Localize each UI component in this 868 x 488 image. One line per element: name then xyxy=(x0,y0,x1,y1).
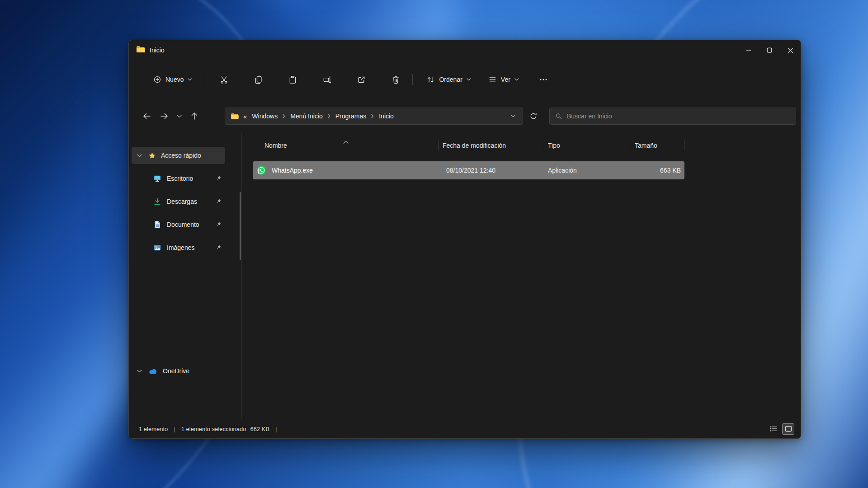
sidebar-item-label: Acceso rápido xyxy=(161,152,201,159)
maximize-icon xyxy=(767,47,772,53)
breadcrumb-item-menu-inicio[interactable]: Menú Inicio xyxy=(289,113,324,120)
up-button[interactable] xyxy=(186,108,202,124)
maximize-button[interactable] xyxy=(759,40,780,60)
sidebar-item-quick-access[interactable]: Acceso rápido xyxy=(132,147,225,164)
file-name-cell: WhatsApp.exe xyxy=(253,166,439,175)
chevron-down-icon xyxy=(188,78,192,81)
pin-icon[interactable] xyxy=(215,244,222,251)
back-button[interactable] xyxy=(139,108,155,124)
chevron-down-icon xyxy=(177,115,182,118)
up-icon xyxy=(190,112,199,121)
column-header-size[interactable]: Tamaño xyxy=(630,137,684,154)
pin-icon[interactable] xyxy=(215,175,222,182)
chevron-down-icon xyxy=(467,78,471,81)
file-type: Aplicación xyxy=(544,167,630,174)
details-view-button[interactable] xyxy=(767,423,779,435)
column-header-type[interactable]: Tipo xyxy=(544,137,630,154)
document-icon xyxy=(153,221,161,229)
more-options-button[interactable] xyxy=(534,70,552,89)
rename-icon xyxy=(323,75,331,84)
delete-button[interactable] xyxy=(385,70,406,89)
paste-button[interactable] xyxy=(282,70,303,89)
copy-icon xyxy=(254,75,263,84)
close-button[interactable] xyxy=(780,40,801,60)
address-bar[interactable]: « Windows Menú Inicio Programas Inicio xyxy=(225,108,523,125)
copy-button[interactable] xyxy=(248,70,269,89)
title-bar: Inicio xyxy=(129,40,801,60)
column-header-name[interactable]: Nombre xyxy=(253,137,439,154)
view-button-label: Ver xyxy=(501,76,510,83)
whatsapp-icon xyxy=(257,166,266,175)
search-box xyxy=(549,108,796,125)
selection-count: 1 elemento seleccionado xyxy=(181,426,246,432)
delete-icon xyxy=(392,75,400,84)
sidebar-spacer xyxy=(129,262,241,362)
window-controls xyxy=(738,40,801,60)
chevron-down-icon[interactable] xyxy=(137,154,142,157)
refresh-button[interactable] xyxy=(526,108,541,124)
view-icon xyxy=(488,75,497,84)
chevron-down-icon[interactable] xyxy=(137,370,142,373)
cloud-icon xyxy=(148,368,158,375)
file-list-pane: Nombre Fecha de modificación Tipo Tamaño xyxy=(242,133,801,419)
forward-button[interactable] xyxy=(156,108,172,124)
chevron-down-icon xyxy=(511,115,515,117)
status-bar: 1 elemento | 1 elemento seleccionado 662… xyxy=(129,419,801,438)
sidebar-item-onedrive[interactable]: OneDrive xyxy=(132,362,225,380)
sort-button[interactable]: Ordenar xyxy=(421,70,476,89)
back-icon xyxy=(142,112,151,121)
file-size: 663 KB xyxy=(630,167,684,174)
close-icon xyxy=(788,47,793,53)
share-button[interactable] xyxy=(351,70,372,89)
recent-locations-button[interactable] xyxy=(173,108,185,124)
file-date: 08/10/2021 12:40 xyxy=(439,167,544,174)
chevron-right-icon[interactable] xyxy=(328,114,330,118)
navigation-pane: Acceso rápido Escritorio Descargas xyxy=(129,133,242,419)
item-count: 1 elemento xyxy=(139,426,168,432)
command-toolbar: Nuevo xyxy=(129,60,801,99)
view-button[interactable]: Ver xyxy=(483,70,524,89)
status-divider: | xyxy=(275,426,277,432)
sidebar-item-label: Documento xyxy=(167,221,199,228)
thumbnail-view-button[interactable] xyxy=(782,423,794,435)
file-row-whatsapp[interactable]: WhatsApp.exe 08/10/2021 12:40 Aplicación… xyxy=(253,161,684,179)
folder-icon xyxy=(231,113,239,119)
breadcrumb-truncation[interactable]: « xyxy=(243,113,247,120)
folder-icon xyxy=(136,46,145,55)
minimize-button[interactable] xyxy=(738,40,759,60)
chevron-right-icon[interactable] xyxy=(283,114,285,118)
sidebar-item-escritorio[interactable]: Escritorio xyxy=(132,170,225,187)
desktop-icon xyxy=(153,174,161,183)
new-button-label: Nuevo xyxy=(165,76,184,83)
cut-button[interactable] xyxy=(213,70,234,89)
toolbar-divider xyxy=(205,74,205,85)
chevron-right-icon[interactable] xyxy=(371,114,374,118)
breadcrumb-item-programas[interactable]: Programas xyxy=(335,113,367,120)
sidebar-item-label: Descargas xyxy=(167,198,197,205)
rename-button[interactable] xyxy=(316,70,337,89)
share-icon xyxy=(357,75,366,84)
sidebar-item-imagenes[interactable]: Imágenes xyxy=(132,239,225,256)
column-header-date[interactable]: Fecha de modificación xyxy=(439,137,544,154)
breadcrumb-item-inicio[interactable]: Inicio xyxy=(378,113,395,120)
main-area: Acceso rápido Escritorio Descargas xyxy=(129,133,801,419)
navigation-bar: « Windows Menú Inicio Programas Inicio xyxy=(129,99,801,133)
sidebar-item-label: Imágenes xyxy=(167,244,194,251)
sidebar-item-label: Escritorio xyxy=(167,175,193,182)
address-dropdown-button[interactable] xyxy=(507,110,519,122)
pin-icon[interactable] xyxy=(215,198,222,205)
view-toggle-buttons xyxy=(767,423,794,435)
plus-circle-icon xyxy=(153,75,161,84)
search-input[interactable] xyxy=(567,113,790,120)
sidebar-scrollbar-thumb[interactable] xyxy=(240,192,241,260)
pin-icon[interactable] xyxy=(215,221,222,228)
new-button[interactable]: Nuevo xyxy=(147,70,198,89)
file-name: WhatsApp.exe xyxy=(272,167,313,174)
breadcrumb-item-windows[interactable]: Windows xyxy=(251,113,278,120)
sidebar-item-documento[interactable]: Documento xyxy=(132,216,225,233)
file-explorer-window: Inicio Nuevo xyxy=(128,40,801,439)
toolbar-divider xyxy=(412,74,413,85)
sidebar-item-label: OneDrive xyxy=(163,367,189,375)
file-rows: WhatsApp.exe 08/10/2021 12:40 Aplicación… xyxy=(253,161,801,179)
sidebar-item-descargas[interactable]: Descargas xyxy=(132,193,225,210)
